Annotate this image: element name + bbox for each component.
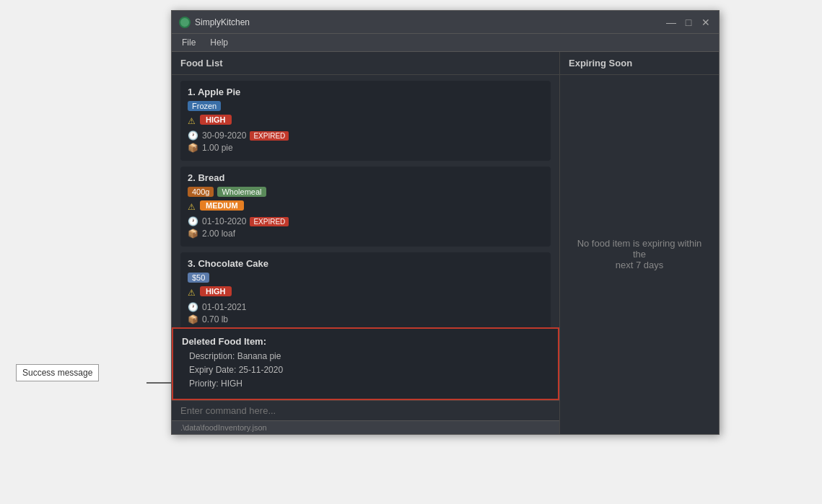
close-button[interactable]: ✕	[700, 17, 712, 28]
food-item-3[interactable]: 3. Chocolate Cake $50 ⚠ HIGH 🕐	[180, 252, 551, 327]
food-item-3-tags: $50	[188, 273, 543, 283]
food-item-3-title: 3. Chocolate Cake	[188, 258, 543, 269]
food-item-2-priority: MEDIUM	[200, 200, 244, 211]
menu-file[interactable]: File	[179, 36, 198, 49]
tag-400g: 400g	[188, 187, 214, 197]
tag-frozen: Frozen	[188, 101, 221, 111]
status-bar: .\data\foodInventory.json	[172, 420, 559, 434]
app-title: SimplyKitchen	[195, 17, 250, 27]
food-item-2-title: 2. Bread	[188, 172, 543, 183]
food-item-1[interactable]: 1. Apple Pie Frozen ⚠ HIGH 🕐	[180, 81, 551, 161]
food-item-1-title: 1. Apple Pie	[188, 87, 543, 97]
food-item-3-quantity: 📦 0.70 lb	[188, 314, 543, 324]
warning-icon-1: ⚠	[188, 116, 196, 126]
food-item-1-quantity: 📦 1.00 pie	[188, 143, 543, 153]
annotation-success-label: Success message	[16, 364, 99, 381]
tag-price: $50	[188, 273, 209, 283]
tag-wholemeal: Wholemeal	[217, 187, 266, 197]
box-icon-1: 📦	[188, 143, 198, 153]
title-bar-left: SimplyKitchen	[179, 17, 250, 28]
minimize-button[interactable]: —	[665, 17, 677, 28]
clock-icon-1: 🕐	[188, 131, 198, 141]
expiring-soon-content: No food item is expiring within the next…	[560, 75, 719, 434]
food-item-1-expiry: 🕐 30-09-2020 EXPIRED	[188, 131, 543, 141]
expired-badge-2: EXPIRED	[250, 217, 289, 226]
food-item-3-priority-row: ⚠ HIGH	[188, 286, 543, 299]
food-item-2-expiry: 🕐 01-10-2020 EXPIRED	[188, 216, 543, 226]
food-item-2-tags: 400g Wholemeal	[188, 187, 543, 197]
output-panel: Deleted Food Item: Description: Banana p…	[172, 327, 559, 400]
warning-icon-3: ⚠	[188, 288, 196, 298]
box-icon-2: 📦	[188, 229, 198, 239]
warning-icon-2: ⚠	[188, 202, 196, 212]
food-item-2[interactable]: 2. Bread 400g Wholemeal ⚠ MEDIUM	[180, 167, 551, 247]
output-detail-3: Priority: HIGH	[189, 377, 549, 391]
app-window: SimplyKitchen — □ ✕ File Help Food List	[171, 10, 720, 435]
clock-icon-2: 🕐	[188, 216, 198, 226]
food-list-header: Food List	[172, 52, 559, 75]
command-bar[interactable]	[172, 400, 559, 420]
food-item-1-priority-row: ⚠ HIGH	[188, 115, 543, 128]
clock-icon-3: 🕐	[188, 302, 198, 312]
output-detail-2: Expiry Date: 25-11-2020	[189, 363, 549, 377]
box-icon-3: 📦	[188, 314, 198, 324]
food-item-2-priority-row: ⚠ MEDIUM	[188, 200, 543, 213]
food-item-1-priority: HIGH	[200, 115, 232, 125]
food-item-3-priority: HIGH	[200, 286, 232, 296]
output-title: Deleted Food Item:	[182, 336, 549, 347]
title-bar: SimplyKitchen — □ ✕	[172, 11, 719, 34]
maximize-button[interactable]: □	[683, 17, 694, 28]
output-detail-1: Description: Banana pie	[189, 350, 549, 363]
food-item-2-quantity: 📦 2.00 loaf	[188, 229, 543, 239]
right-panel: Expiring Soon No food item is expiring w…	[560, 52, 719, 434]
content-area: Food List 1. Apple Pie Frozen ⚠	[172, 52, 719, 434]
left-panel: Food List 1. Apple Pie Frozen ⚠	[172, 52, 560, 434]
food-list[interactable]: 1. Apple Pie Frozen ⚠ HIGH 🕐	[172, 75, 559, 327]
command-input[interactable]	[180, 405, 551, 416]
app-icon	[179, 17, 191, 28]
food-item-1-tags: Frozen	[188, 101, 543, 111]
title-bar-controls: — □ ✕	[665, 17, 712, 28]
food-item-3-expiry: 🕐 01-01-2021	[188, 302, 543, 312]
menu-bar: File Help	[172, 34, 719, 52]
expiring-soon-message: No food item is expiring within the next…	[574, 238, 704, 270]
menu-help[interactable]: Help	[207, 36, 231, 49]
expiring-soon-header: Expiring Soon	[560, 52, 719, 75]
expired-badge-1: EXPIRED	[250, 131, 289, 141]
